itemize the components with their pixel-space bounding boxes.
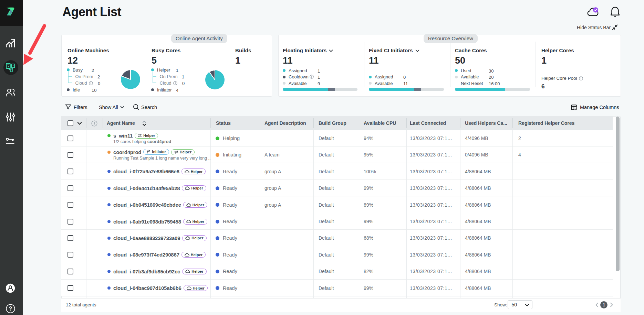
svg-text:?: ? [9,306,12,312]
